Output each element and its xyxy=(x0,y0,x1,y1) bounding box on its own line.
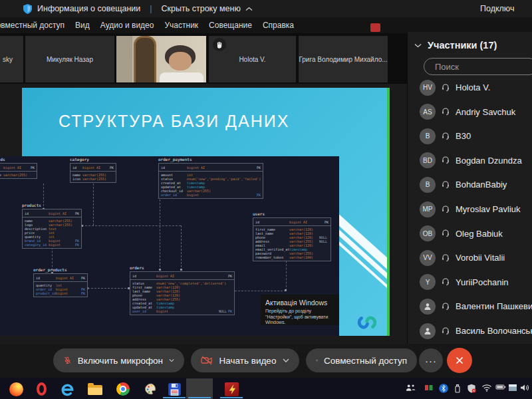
db-field-row: idbigint AIPK xyxy=(130,273,234,280)
edge-icon[interactable] xyxy=(60,381,76,397)
participant-row[interactable]: HVHolota V. xyxy=(420,79,532,96)
headset-icon xyxy=(442,82,450,94)
db-table-title: orders xyxy=(130,266,235,270)
bluetooth-icon[interactable] xyxy=(439,384,448,393)
video-tile-name: Holota V. xyxy=(239,56,265,63)
more-options-button[interactable]: ··· xyxy=(419,348,443,372)
menu-item-6[interactable]: Справка xyxy=(257,21,299,30)
db-field-key: PK xyxy=(107,166,114,170)
db-field-row: product_idbigintFK xyxy=(34,291,87,295)
hide-menubar-button[interactable]: Скрыть строку меню xyxy=(162,4,241,13)
participant-row[interactable]: VVVorobii Vitalii xyxy=(420,249,532,266)
db-field-row: user_idbigintNULLFK xyxy=(130,309,234,313)
taskbar-active-indicator xyxy=(220,397,243,398)
db-field-row: category_idbigintFK xyxy=(23,243,81,247)
er-connector xyxy=(88,288,130,289)
headset-icon xyxy=(442,130,450,142)
avatar: BD xyxy=(420,152,436,168)
activation-line: Перейдіть до розділу "Настройки", щоб ак… xyxy=(265,309,334,320)
menu-item-5[interactable]: Совещание xyxy=(203,21,257,30)
db-field-type: bigint AI xyxy=(56,276,74,280)
db-field-type: bigint AI xyxy=(82,166,100,170)
window-icon[interactable] xyxy=(508,384,517,392)
participant-row[interactable]: MPMyroslav Pavliuk xyxy=(420,201,532,217)
chevron-down-icon[interactable] xyxy=(169,358,174,362)
er-connector xyxy=(235,291,286,291)
search-input[interactable] xyxy=(435,62,532,72)
wifi-icon[interactable] xyxy=(481,384,492,392)
participant-name: Holota V. xyxy=(456,82,490,92)
db-field-name: order_id xyxy=(161,193,187,197)
avatar: AS xyxy=(420,104,436,120)
firefox-icon[interactable] xyxy=(8,381,24,397)
headset-icon xyxy=(442,227,450,239)
color-squares-icon[interactable] xyxy=(424,384,434,392)
db-table-box: idbigint AIPKamountintstatusenum('new','… xyxy=(158,163,263,199)
participants-panel: Участники (17) HVHolota V.ASAndriy Savch… xyxy=(407,32,532,344)
start-video-button[interactable]: Начать видео xyxy=(191,348,299,372)
db-table-box: idbigint AIPKquantityintorder_idbigintFK… xyxy=(33,273,88,297)
lightning-app-icon[interactable] xyxy=(223,381,239,397)
speaker-icon[interactable] xyxy=(520,384,529,392)
search-box[interactable] xyxy=(424,58,532,75)
share-screen-button[interactable]: Совместный доступ xyxy=(306,348,417,372)
meeting-info-button[interactable]: Информация о совещании xyxy=(37,4,140,13)
db-table-title: users xyxy=(253,212,331,216)
leave-meeting-button[interactable] xyxy=(447,348,472,373)
participant-row[interactable]: OBOleg Babiuk xyxy=(420,225,532,242)
file-explorer-icon[interactable] xyxy=(87,381,103,397)
menu-item-1[interactable]: Совместный доступ xyxy=(0,21,70,30)
chevron-down-icon[interactable] xyxy=(414,43,422,48)
battery-icon[interactable] xyxy=(495,384,506,390)
opera-icon[interactable] xyxy=(33,381,49,397)
participant-name: Bogdan Dzundza xyxy=(456,156,522,166)
participant-row[interactable]: ASAndriy Savchuk xyxy=(420,104,532,120)
er-connector xyxy=(286,261,287,291)
participant-row[interactable]: Валентин Пашкевич xyxy=(420,298,532,315)
taskbar-active-indicator xyxy=(188,397,211,398)
db-field-key: NULL xyxy=(317,239,329,243)
er-diagram-panel: Активація Windows Перейдіть до розділу "… xyxy=(0,156,339,336)
menu-item-4[interactable]: Участник xyxy=(159,21,203,30)
menu-item-3[interactable]: Аудио и видео xyxy=(95,21,160,30)
db-field-key: PK xyxy=(28,166,35,170)
paint-icon[interactable] xyxy=(143,381,159,397)
db-field-key: PK xyxy=(254,166,261,170)
video-tile-name: Микуляк Назар xyxy=(47,56,93,63)
participant-row[interactable]: BBohdanBabiy xyxy=(420,176,532,193)
chrome-icon[interactable] xyxy=(115,381,131,397)
menu-bar: Совместный доступВидАудио и видеоУчастни… xyxy=(0,17,532,33)
chevron-up-icon[interactable] xyxy=(245,7,253,11)
headset-icon xyxy=(442,301,450,313)
participant-row[interactable]: BB30 xyxy=(420,128,532,144)
headset-icon xyxy=(442,203,450,215)
db-field-type: bigint AI xyxy=(3,166,21,170)
headset-icon xyxy=(442,325,450,337)
participant-row[interactable]: YYuriiPochanin xyxy=(420,274,532,291)
video-tile-1[interactable]: sky xyxy=(0,36,23,82)
db-field-name: id xyxy=(25,211,49,215)
video-tile-5[interactable]: Грига Володимир Михайло... xyxy=(299,36,388,82)
video-tile-2[interactable]: Микуляк Назар xyxy=(25,36,114,82)
db-field-name: category_id xyxy=(25,243,49,247)
db-field-name: id xyxy=(72,166,82,170)
db-field-type: bigint xyxy=(56,291,68,295)
webex-icon[interactable] xyxy=(192,381,207,397)
share-screen-label: Совместный доступ xyxy=(324,356,407,366)
participant-row[interactable]: BDBogdan Dzundza xyxy=(420,152,532,169)
db-table-title: brands xyxy=(0,158,37,162)
db-field-row: order_idbigintFK xyxy=(159,193,263,197)
participant-row[interactable]: Василь Волочанський xyxy=(420,323,532,339)
db-field-type: bigint xyxy=(49,243,61,247)
video-tile-4[interactable]: Holota V. xyxy=(209,36,296,82)
unmute-button[interactable]: Включить микрофон xyxy=(53,348,184,372)
defender-alert-icon[interactable] xyxy=(467,384,476,393)
video-tile-3[interactable] xyxy=(116,36,206,82)
chevron-down-icon[interactable] xyxy=(283,358,289,362)
menu-item-2[interactable]: Вид xyxy=(70,21,95,30)
floppy-app-icon[interactable] xyxy=(166,381,182,397)
usb-icon[interactable] xyxy=(454,384,462,393)
people-icon[interactable] xyxy=(406,384,416,392)
slide-decoration-stripes xyxy=(338,168,387,336)
connect-audio-label[interactable]: Подключ xyxy=(480,4,514,13)
